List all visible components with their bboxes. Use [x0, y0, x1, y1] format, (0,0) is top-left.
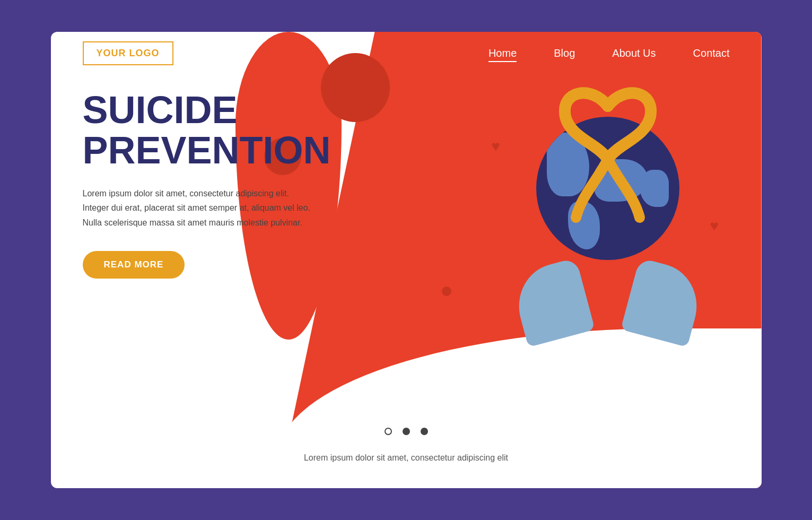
slider-dots: [385, 428, 428, 435]
slider-dot-2[interactable]: [403, 428, 410, 435]
nav-item-home[interactable]: Home: [488, 47, 517, 59]
nav-links: Home Blog About Us Contact: [488, 47, 730, 59]
hero-description: Lorem ipsum dolor sit amet, consectetur …: [83, 186, 380, 230]
logo: YOUR LOGO: [83, 41, 173, 65]
nav-link-blog[interactable]: Blog: [554, 47, 575, 59]
hand-right: [621, 258, 706, 348]
read-more-button[interactable]: READ MORE: [83, 251, 185, 279]
nav-item-blog[interactable]: Blog: [554, 47, 575, 59]
ribbon-svg: [528, 74, 687, 244]
nav-link-about[interactable]: About Us: [612, 47, 656, 59]
hands: [518, 255, 698, 340]
content-left: SUICIDE PREVENTION Lorem ipsum dolor sit…: [83, 90, 380, 279]
navigation: YOUR LOGO Home Blog About Us Contact: [51, 32, 762, 74]
globe-illustration: [496, 74, 719, 340]
nav-item-about[interactable]: About Us: [612, 47, 656, 59]
slider-dot-3[interactable]: [421, 428, 428, 435]
nav-link-home[interactable]: Home: [488, 47, 517, 62]
hand-left: [509, 258, 595, 348]
slider-dot-1[interactable]: [385, 428, 392, 435]
nav-item-contact[interactable]: Contact: [693, 47, 730, 59]
nav-link-contact[interactable]: Contact: [693, 47, 730, 59]
hero-title: SUICIDE PREVENTION: [83, 90, 380, 170]
main-card: ♥ ♥ YOUR LOGO Home Blog About Us Contact…: [51, 32, 762, 488]
dark-dot: [442, 287, 451, 296]
bottom-caption: Lorem ipsum dolor sit amet, consectetur …: [304, 453, 508, 463]
